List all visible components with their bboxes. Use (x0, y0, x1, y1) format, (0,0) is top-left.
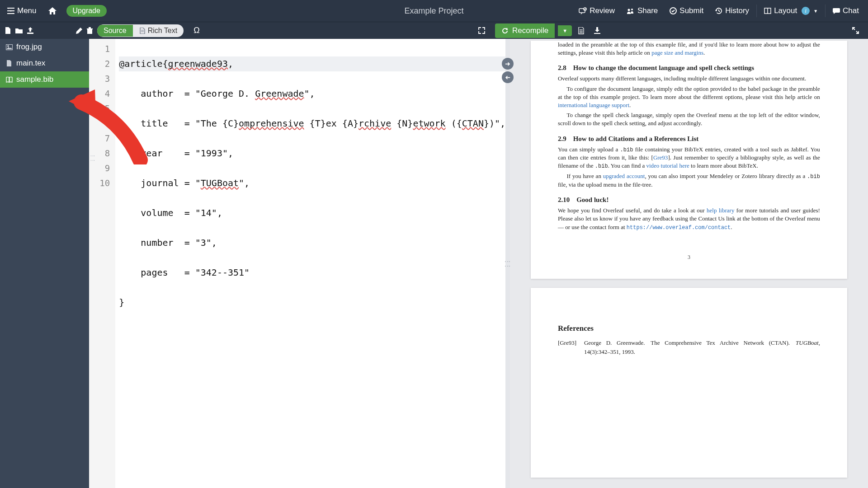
upload-icon[interactable] (27, 27, 33, 34)
file-name: sample.bib (16, 75, 53, 84)
submit-button[interactable]: Submit (664, 4, 709, 18)
pdf-page-number: 3 (558, 254, 820, 261)
home-button[interactable] (44, 5, 61, 17)
history-button[interactable]: History (710, 4, 755, 18)
review-button[interactable]: Review (573, 4, 620, 18)
expand-icon (852, 27, 859, 34)
file-icon (5, 60, 13, 67)
share-icon (627, 8, 635, 14)
file-item-sample[interactable]: sample.bib (0, 71, 89, 88)
line-gutter: 12345678910 (89, 39, 115, 488)
project-title[interactable]: Example Project (404, 6, 463, 16)
upgrade-button[interactable]: Upgrade (66, 5, 107, 17)
review-label: Review (590, 6, 615, 15)
new-folder-icon[interactable] (15, 28, 23, 33)
pdf-text: To configure the document language, simp… (558, 85, 820, 110)
expand-pdf-button[interactable] (849, 25, 863, 36)
svg-point-5 (13, 13, 14, 14)
split-handle-icon[interactable]: ⋮⋮ (90, 154, 95, 163)
source-label: Source (104, 27, 127, 34)
chevron-down-icon: ▼ (813, 9, 818, 14)
menu-button[interactable]: Menu (3, 4, 41, 18)
pdf-reference-entry: [Gre93] George D. Greenwade. The Compreh… (558, 338, 820, 356)
pdf-references-heading: References (558, 324, 820, 333)
pdf-text: If you have an upgraded account, you can… (558, 172, 820, 189)
logs-button[interactable] (575, 25, 588, 36)
vertical-splitter[interactable]: ➜ ➜ ⋮⋮ (505, 39, 510, 488)
editor-toolbar: Source Rich Text Ω (93, 24, 208, 37)
pdf-text: Overleaf supports many different languag… (558, 75, 820, 83)
pdf-preview[interactable]: loaded in the preamble at the top of thi… (510, 39, 868, 488)
recompile-button[interactable]: Recompile (495, 23, 555, 38)
pdf-text: To change the spell check language, simp… (558, 111, 820, 127)
file-item-frog[interactable]: frog.jpg (0, 39, 89, 55)
file-name: frog.jpg (16, 42, 42, 52)
pdf-page-3: loaded in the preamble at the top of thi… (531, 41, 847, 279)
recompile-label: Recompile (512, 26, 548, 35)
arrow-right-icon: ➜ (505, 60, 510, 67)
share-label: Share (637, 6, 658, 15)
file-item-main[interactable]: main.tex (0, 55, 89, 71)
file-name: main.tex (16, 59, 45, 68)
delete-icon[interactable] (87, 27, 93, 34)
main-area: frog.jpg main.tex sample.bib ⋮⋮ 12345678… (0, 39, 868, 488)
layout-button[interactable]: Layout i ▼ (759, 4, 823, 18)
menu-label: Menu (17, 6, 37, 15)
sync-buttons: ➜ ➜ (502, 58, 514, 83)
svg-point-9 (631, 9, 633, 10)
layout-icon (764, 8, 771, 14)
pdf-heading: 2.8 How to change the document language … (558, 64, 820, 72)
recompile-icon (501, 27, 509, 34)
sync-pdf-to-code-button[interactable]: ➜ (502, 71, 514, 83)
richtext-label: Rich Text (148, 27, 178, 35)
code-content[interactable]: @article{greenwade93, author = "George D… (115, 39, 505, 488)
sub-toolbar: Source Rich Text Ω Recompile ▼ (0, 22, 868, 39)
code-editor[interactable]: 12345678910 @article{greenwade93, author… (89, 39, 505, 488)
svg-point-21 (7, 45, 9, 47)
arrow-left-icon: ➜ (505, 74, 510, 81)
book-icon (5, 77, 13, 83)
download-pdf-button[interactable] (590, 25, 604, 36)
editor-mode-toggle: Source Rich Text (97, 24, 184, 37)
submit-label: Submit (679, 6, 703, 15)
download-icon (594, 27, 600, 34)
upgrade-label: Upgrade (73, 7, 100, 14)
top-bar: Menu Upgrade Example Project Review Shar… (0, 0, 868, 22)
symbol-palette-button[interactable]: Ω (190, 24, 203, 37)
info-icon: i (802, 7, 810, 15)
submit-icon (670, 7, 677, 14)
file-tree: frog.jpg main.tex sample.bib (0, 39, 89, 488)
pdf-heading: 2.9 How to add Citations and a Reference… (558, 135, 820, 143)
sync-code-to-pdf-button[interactable]: ➜ (502, 58, 514, 70)
share-button[interactable]: Share (621, 4, 663, 18)
source-mode-button[interactable]: Source (97, 25, 133, 37)
review-icon (579, 7, 587, 14)
omega-icon: Ω (193, 26, 199, 35)
richtext-mode-button[interactable]: Rich Text (133, 25, 184, 37)
history-icon (715, 7, 722, 14)
filetree-toolbar (0, 27, 93, 34)
file-icon (578, 27, 584, 34)
chevron-down-icon: ▼ (562, 28, 567, 33)
pdf-heading: 2.10 Good luck! (558, 196, 820, 204)
pdf-link: page size and margins (651, 49, 703, 56)
topbar-left: Menu Upgrade (0, 4, 107, 18)
divider (825, 5, 826, 17)
layout-label: Layout (774, 6, 797, 15)
chat-icon (833, 8, 840, 14)
pdf-toolbar: Recompile ▼ (491, 23, 868, 38)
pdf-ref-body: George D. Greenwade. The Comprehensive T… (584, 338, 820, 356)
rename-icon[interactable] (76, 28, 82, 34)
home-icon (48, 7, 57, 14)
expand-editor-button[interactable] (474, 24, 490, 37)
topbar-right: Review Share Submit History Layout i ▼ C… (573, 4, 868, 18)
pdf-text: We hope you find Overleaf useful, and do… (558, 206, 820, 231)
recompile-dropdown-button[interactable]: ▼ (558, 25, 572, 36)
divider (756, 5, 757, 17)
history-label: History (725, 6, 749, 15)
new-file-icon[interactable] (5, 27, 11, 34)
pdf-text: You can simply upload a .bib file contai… (558, 145, 820, 171)
chat-button[interactable]: Chat (827, 4, 864, 18)
chat-label: Chat (843, 6, 859, 15)
hamburger-icon (7, 8, 14, 14)
